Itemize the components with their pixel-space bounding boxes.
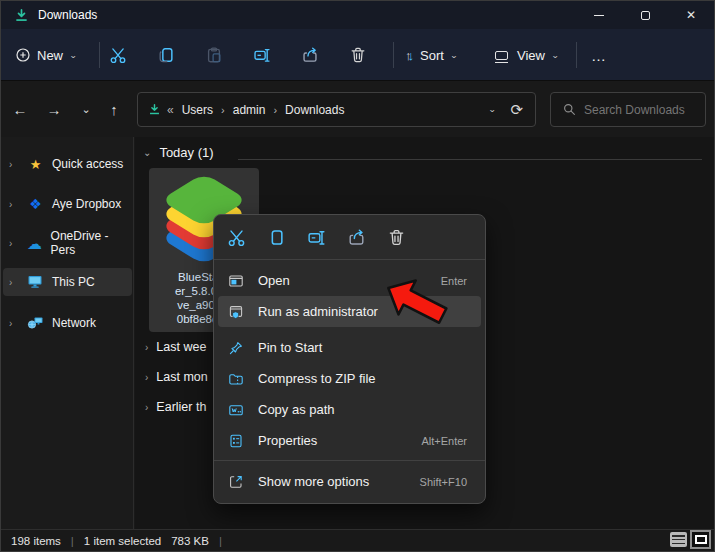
breadcrumb-separator-icon: › [215, 104, 231, 116]
menu-item-compress-to-zip[interactable]: Compress to ZIP file [218, 363, 481, 394]
forward-icon: → [47, 101, 62, 118]
copy-path-icon [228, 402, 244, 418]
file-explorer-window: Downloads ✕ New ⌄ [0, 0, 715, 552]
close-button[interactable]: ✕ [668, 1, 714, 29]
refresh-button[interactable]: ⟳ [510, 101, 523, 119]
chevron-right-icon[interactable]: › [9, 159, 19, 170]
group-header-last-month[interactable]: › Last mon [145, 370, 208, 384]
search-box[interactable] [550, 92, 706, 127]
show-more-options-icon [228, 474, 244, 490]
cut-button[interactable] [109, 29, 127, 81]
group-header-label: Last mon [156, 370, 207, 384]
cut-icon [227, 228, 246, 247]
chevron-right-icon[interactable]: › [9, 318, 19, 329]
group-header-label: Today (1) [159, 145, 213, 160]
menu-item-copy-as-path[interactable]: Copy as path [218, 394, 481, 425]
chevron-right-icon: › [145, 402, 148, 413]
view-icon [495, 51, 508, 60]
network-icon [27, 316, 44, 330]
close-icon: ✕ [686, 9, 696, 21]
copy-icon [157, 46, 175, 64]
monitor-icon [27, 275, 44, 289]
back-button[interactable]: ← [7, 96, 33, 122]
open-window-icon [228, 273, 244, 289]
share-button[interactable] [344, 225, 368, 249]
share-icon [301, 46, 319, 64]
minimize-button[interactable] [576, 1, 622, 29]
breadcrumb-segment-users[interactable]: Users [180, 103, 215, 117]
delete-button[interactable] [349, 29, 367, 81]
selection-count: 1 item selected [84, 535, 161, 547]
rename-button[interactable] [253, 29, 271, 81]
sidebar-item-label: Quick access [52, 157, 123, 171]
chevron-right-icon[interactable]: › [9, 238, 18, 249]
toolbar-separator [99, 42, 100, 68]
toolbar-separator [393, 42, 394, 68]
chevron-down-icon: ⌄ [551, 51, 559, 60]
breadcrumb-overflow-button[interactable]: « [161, 103, 180, 117]
paste-button[interactable] [205, 29, 223, 81]
onedrive-cloud-icon: ☁ [26, 236, 42, 251]
sidebar-item-dropbox[interactable]: › ❖ Aye Dropbox [3, 190, 132, 218]
downloads-folder-icon [148, 103, 161, 116]
group-header-today[interactable]: ⌄ Today (1) [143, 145, 214, 160]
menu-item-shortcut: Alt+Enter [421, 435, 467, 447]
chevron-down-icon: ⌄ [143, 147, 151, 158]
menu-item-label: Compress to ZIP file [258, 371, 376, 386]
window-title: Downloads [38, 8, 97, 22]
group-divider [238, 159, 702, 160]
context-menu-quick-actions [214, 215, 485, 260]
view-button[interactable]: View ⌄ [495, 29, 559, 81]
search-input[interactable] [584, 103, 694, 117]
new-button[interactable]: New ⌄ [15, 29, 77, 81]
admin-shield-icon [228, 304, 244, 320]
share-button[interactable] [301, 29, 319, 81]
recent-locations-button[interactable]: ⌄ [73, 96, 99, 122]
titlebar: Downloads ✕ [1, 1, 714, 29]
sidebar-item-quick-access[interactable]: › ★ Quick access [3, 150, 132, 178]
see-more-button[interactable]: … [591, 29, 607, 81]
copy-button[interactable] [264, 225, 288, 249]
menu-item-show-more-options[interactable]: Show more options Shift+F10 [218, 466, 481, 497]
breadcrumb-segment-downloads[interactable]: Downloads [283, 103, 346, 117]
sidebar-item-label: OneDrive - Pers [51, 229, 132, 257]
up-button[interactable]: ↑ [101, 96, 127, 122]
forward-button[interactable]: → [41, 96, 67, 122]
group-header-earlier[interactable]: › Earlier th [145, 400, 206, 414]
search-icon [563, 103, 576, 116]
menu-item-label: Properties [258, 433, 317, 448]
group-header-last-week[interactable]: › Last wee [145, 340, 206, 354]
chevron-right-icon: › [145, 372, 148, 383]
view-label: View [517, 48, 545, 63]
chevron-right-icon[interactable]: › [9, 277, 19, 288]
copy-button[interactable] [157, 29, 175, 81]
address-dropdown-button[interactable]: ⌄ [488, 105, 496, 114]
menu-item-run-as-administrator[interactable]: Run as administrator [218, 296, 481, 327]
menu-item-open[interactable]: Open Enter [218, 265, 481, 296]
sort-label: Sort [420, 48, 444, 63]
pin-icon [228, 340, 244, 356]
cut-button[interactable] [224, 225, 248, 249]
sidebar-item-this-pc[interactable]: › This PC [3, 268, 132, 296]
maximize-button[interactable] [622, 1, 668, 29]
sort-icon: ↑↓ [405, 48, 414, 63]
item-count: 198 items [11, 535, 61, 547]
sidebar-item-network[interactable]: › Network [3, 309, 132, 337]
menu-item-shortcut: Enter [441, 275, 467, 287]
breadcrumb-segment-admin[interactable]: admin [231, 103, 268, 117]
sidebar-item-onedrive[interactable]: › ☁ OneDrive - Pers [3, 229, 132, 257]
delete-button[interactable] [384, 225, 408, 249]
chevron-down-icon: ⌄ [450, 51, 458, 60]
menu-item-label: Copy as path [258, 402, 335, 417]
sort-button[interactable]: ↑↓ Sort ⌄ [405, 29, 458, 81]
menu-item-properties[interactable]: Properties Alt+Enter [218, 425, 481, 456]
rename-button[interactable] [304, 225, 328, 249]
large-icons-view-toggle[interactable] [690, 530, 711, 549]
group-header-label: Last wee [156, 340, 206, 354]
menu-item-pin-to-start[interactable]: Pin to Start [218, 332, 481, 363]
details-view-toggle[interactable] [670, 532, 687, 547]
dropbox-icon: ❖ [27, 197, 44, 211]
breadcrumb[interactable]: « Users › admin › Downloads ⌄ ⟳ [137, 92, 536, 127]
context-menu: Open Enter Run as administrator Pin to [213, 214, 486, 504]
chevron-right-icon[interactable]: › [9, 199, 19, 210]
